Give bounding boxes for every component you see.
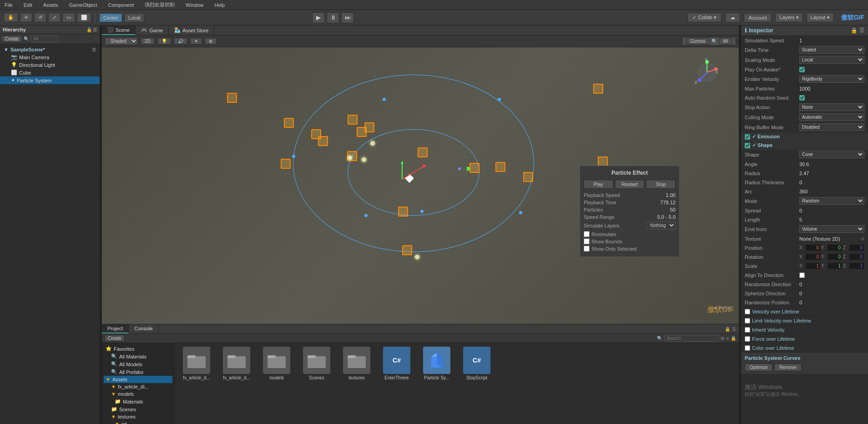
rotate-tool-btn[interactable]: ↺ [34,13,46,22]
scene-light-btn[interactable]: 💡 [157,38,171,45]
simulate-layers-select[interactable]: Nothing [646,222,676,229]
inherit-vel-checkbox[interactable] [745,327,750,333]
project-search-input[interactable] [664,335,719,342]
insp-align-checkbox[interactable] [799,273,805,278]
limit-vel-checkbox[interactable] [745,318,750,323]
proj-favorites[interactable]: ⭐ Favorites [104,345,172,353]
insp-delta-dropdown[interactable]: Scaled [799,46,864,54]
proj-textures[interactable]: ▼ textures [104,413,172,420]
pause-btn[interactable]: ⏸ [327,12,339,23]
inspector-menu-icon[interactable]: ☰ [859,27,864,34]
color-lifetime-checkbox[interactable] [745,345,750,351]
center-btn[interactable]: Center [99,13,122,22]
emission-section[interactable]: ✓ Emission [741,132,868,141]
panel-lock-icon[interactable]: 🔒 [725,327,730,332]
asset-fx2[interactable]: fx_article_d... [218,347,255,380]
proj-assets[interactable]: ▼ Assets [104,376,172,383]
menu-component[interactable]: Component [105,1,136,9]
color-lifetime-section[interactable]: Color over Lifetime [741,343,868,353]
limit-vel-section[interactable]: Limit Velocity over Lifetime [741,316,868,325]
asset-models[interactable]: models [258,347,295,380]
proj-view-icon3[interactable]: 🔒 [731,336,736,341]
hierarchy-search-input[interactable] [31,35,58,42]
layers-btn[interactable]: Layers ▾ [775,13,802,22]
menu-assets[interactable]: Assets [40,1,61,9]
insp-shape-dropdown[interactable]: Cone [799,151,864,158]
force-lifetime-section[interactable]: Force over Lifetime [741,334,868,343]
gizmos-btn[interactable]: Gizmos [686,38,710,45]
cloud-btn[interactable]: ☁ [725,13,740,22]
inspector-lock-icon[interactable]: 🔒 [851,27,858,34]
hierarchy-scene[interactable]: ▼ SampleScene* ☰ [0,46,100,53]
scene-toggle-btn[interactable]: ⊕ [205,38,217,45]
project-create-btn[interactable]: Create [105,335,125,342]
all-btn[interactable]: All [719,38,732,45]
hierarchy-item-camera[interactable]: 📷 Main Camera [0,53,100,61]
move-tool-btn[interactable]: ✛ [20,13,32,22]
stop-particle-btn[interactable]: Stop [646,180,676,189]
step-btn[interactable]: ⏭ [341,12,354,23]
proj-fx-article[interactable]: ▼ fx_article_di... [104,383,172,390]
play-btn[interactable]: ▶ [312,12,325,23]
hierarchy-menu-icon[interactable]: ☰ [93,27,97,32]
local-btn[interactable]: Local [124,13,144,22]
circle-point-right[interactable] [519,211,522,214]
panel-menu-icon[interactable]: ☰ [732,327,736,332]
hierarchy-lock-icon[interactable]: 🔒 [86,27,92,32]
insp-emitter-dropdown[interactable]: Rigidbody [799,75,864,83]
circle-point-left[interactable] [292,155,295,158]
proj-models[interactable]: ▼ models [104,390,172,398]
remove-btn[interactable]: Remove [774,363,801,371]
show-only-selected-checkbox[interactable] [584,246,590,252]
circle-point-bl[interactable] [364,214,368,217]
menu-gameobject[interactable]: GameObject [66,1,100,9]
insp-emit-from-dropdown[interactable]: Volume [799,225,864,233]
proj-jet[interactable]: ▼ jet [104,420,172,424]
tab-console[interactable]: Console [129,324,158,333]
proj-scenes[interactable]: 📁 Scenes [104,405,172,413]
emission-checkbox[interactable] [745,134,750,140]
scale-tool-btn[interactable]: ⤢ [48,13,61,22]
2d-btn[interactable]: 2D [141,38,155,45]
proj-view-icon2[interactable]: ≡ [726,336,729,341]
asset-stop-script[interactable]: C# StopScript [459,347,495,380]
account-btn[interactable]: Account [744,13,772,22]
scene-canvas[interactable]: Y X Z ◄ Persp Part [102,47,739,324]
tab-project[interactable]: Project [102,324,129,333]
asset-textures[interactable]: textures [338,347,375,380]
force-lifetime-checkbox[interactable] [745,336,750,342]
optimize-btn[interactable]: Optimize [745,363,772,371]
menu-file[interactable]: File [2,1,15,9]
shading-dropdown[interactable]: Shaded [105,37,138,45]
hierarchy-create-btn[interactable]: Create [2,35,22,42]
insp-scaling-dropdown[interactable]: Local [799,56,864,64]
asset-enter[interactable]: C# EnterThrere [378,347,415,380]
transform-tool-btn[interactable]: ⬜ [77,13,91,22]
proj-all-prefabs[interactable]: 🔍 All Prefabs [104,368,172,376]
hierarchy-item-particles[interactable]: ✦ Particle System [0,76,100,84]
circle-point-top2[interactable] [498,98,501,101]
play-particle-btn[interactable]: Play [584,180,613,189]
insp-culling-dropdown[interactable]: Automatic [799,113,864,121]
texture-select-icon[interactable]: ⊙ [861,236,864,241]
menu-help[interactable]: Help [212,1,227,9]
blue-control-dot[interactable] [458,167,461,170]
restart-particle-btn[interactable]: Restart [615,180,645,189]
asset-scenes[interactable]: Scenes [298,347,335,380]
proj-view-icon1[interactable]: ⊞ [721,336,724,341]
insp-ring-buffer-dropdown[interactable]: Disabled [799,123,864,131]
circle-point-top[interactable] [383,98,386,101]
menu-edit[interactable]: Edit [21,1,35,9]
hierarchy-item-light[interactable]: 💡 Directional Light [0,61,100,69]
tab-scene[interactable]: ⬛ Scene [102,25,136,35]
scene-fx-btn[interactable]: ✦ [190,38,202,45]
asset-particle-sys[interactable]: Particle Sy... [419,347,455,380]
resimulate-checkbox[interactable] [584,231,590,237]
shape-section[interactable]: ✓ Shape [741,141,868,150]
layout-btn[interactable]: Layout ▾ [807,13,834,22]
circle-point-bottom[interactable] [420,210,424,213]
show-bounds-checkbox[interactable] [584,238,590,244]
menu-extra[interactable]: 强烈欢迎切割 [142,0,177,9]
tab-game[interactable]: 🎮 Game [136,25,169,35]
asset-fx1[interactable]: fx_article_d... [178,347,215,380]
